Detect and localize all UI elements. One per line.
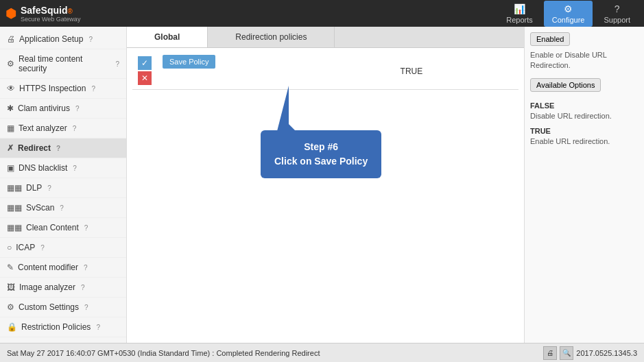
image-analyzer-icon: 🖼 <box>7 282 15 292</box>
sidebar-item-application-setup[interactable]: 🖨 Application Setup ? <box>0 29 126 49</box>
status-icons: 🖨 🔍 2017.0525.1345.3 <box>543 346 637 360</box>
sidebar-item-text-analyzer[interactable]: ▦ Text analyzer ? <box>0 119 126 138</box>
help-icon-12[interactable]: ? <box>84 264 88 272</box>
status-icon-2[interactable]: 🔍 <box>560 346 573 360</box>
help-icon-14[interactable]: ? <box>84 304 88 311</box>
sidebar-item-clean-content[interactable]: ▦▦ Clean Content ? <box>0 218 126 238</box>
dlp-icon: ▦▦ <box>7 183 22 193</box>
sidebar-item-icap[interactable]: ○ ICAP ? <box>0 238 126 258</box>
clean-content-icon: ▦▦ <box>7 223 22 232</box>
help-icon-8[interactable]: ? <box>47 184 51 192</box>
sidebar-item-https-inspection[interactable]: 👁 HTTPS Inspection ? <box>0 79 126 99</box>
option-false-desc: Disable URL redirection. <box>530 111 639 121</box>
application-setup-icon: 🖨 <box>7 34 15 44</box>
svscan-icon: ▦▦ <box>7 203 22 213</box>
reports-icon: 📊 <box>514 3 525 14</box>
right-panel-description: Enable or Disable URL Redirection. <box>530 50 639 71</box>
right-panel: Enabled Enable or Disable URL Redirectio… <box>524 27 644 343</box>
sidebar-item-image-analyzer[interactable]: 🖼 Image analyzer ? <box>0 278 126 298</box>
icap-icon: ○ <box>7 243 12 252</box>
main-content: Global Redirection policies ✓ ✕ Save Pol <box>127 27 524 343</box>
table-row: ✓ ✕ Save Policy TRUE <box>132 53 518 90</box>
reports-button[interactable]: 📊 Reports <box>498 1 541 27</box>
status-bar: Sat May 27 2017 16:40:07 GMT+0530 (India… <box>0 343 644 362</box>
tab-redirection-policies[interactable]: Redirection policies <box>208 27 335 47</box>
sidebar: 🖨 Application Setup ? ⚙ Real time conten… <box>0 27 127 343</box>
help-icon-5[interactable]: ? <box>73 125 77 132</box>
top-nav: ⬢ SafeSquid® Secure Web Gateway 📊 Report… <box>0 0 644 27</box>
support-icon: ? <box>615 3 620 14</box>
sidebar-item-dlp[interactable]: ▦▦ DLP ? <box>0 178 126 198</box>
configure-button[interactable]: ⚙ Configure <box>544 1 593 27</box>
tabs: Global Redirection policies <box>127 27 524 48</box>
tooltip-bubble: Step #6 Click on Save Policy <box>261 130 381 178</box>
policy-table: ✓ ✕ Save Policy TRUE <box>132 53 518 90</box>
enabled-button[interactable]: Enabled <box>530 32 570 46</box>
status-icon-1[interactable]: 🖨 <box>543 346 557 360</box>
content-modifier-icon: ✎ <box>7 263 14 272</box>
version-text: 2017.0525.1345.3 <box>576 349 637 357</box>
logo-text: SafeSquid® <box>21 5 80 16</box>
dns-icon: ▣ <box>7 163 14 173</box>
configure-icon: ⚙ <box>564 3 573 14</box>
help-icon-9[interactable]: ? <box>60 204 64 212</box>
table-area: ✓ ✕ Save Policy TRUE Step #6 Click on Sa… <box>127 48 524 343</box>
https-icon: 👁 <box>7 84 15 93</box>
support-button[interactable]: ? Support <box>595 1 639 27</box>
realtime-content-icon: ⚙ <box>7 59 14 69</box>
option-true-title: TRUE <box>530 127 639 135</box>
help-icon-7[interactable]: ? <box>73 165 77 172</box>
cancel-button[interactable]: ✕ <box>138 71 152 85</box>
text-analyzer-icon: ▦ <box>7 123 14 133</box>
available-options-button[interactable]: Available Options <box>530 78 601 92</box>
logo-area: ⬢ SafeSquid® Secure Web Gateway <box>5 5 80 23</box>
help-icon-10[interactable]: ? <box>84 224 88 232</box>
tab-global[interactable]: Global <box>127 27 208 47</box>
help-icon-6[interactable]: ? <box>56 145 60 152</box>
custom-settings-icon: ⚙ <box>7 302 14 312</box>
sidebar-item-clam-antivirus[interactable]: ✱ Clam antivirus ? <box>0 99 126 119</box>
logo-sub: Secure Web Gateway <box>21 16 80 23</box>
nav-right: 📊 Reports ⚙ Configure ? Support <box>498 1 639 27</box>
row-controls: ✓ ✕ <box>138 56 152 85</box>
sidebar-item-redirect[interactable]: ✗ Redirect ? <box>0 138 126 158</box>
sidebar-item-realtime-content[interactable]: ⚙ Real time content security ? <box>0 49 126 79</box>
sidebar-item-restriction-policies[interactable]: 🔒 Restriction Policies ? <box>0 317 126 337</box>
help-icon-4[interactable]: ? <box>75 105 80 112</box>
restriction-policies-icon: 🔒 <box>7 322 17 332</box>
help-icon-13[interactable]: ? <box>81 284 85 291</box>
help-icon-2[interactable]: ? <box>115 60 119 68</box>
sidebar-item-dns-blacklist[interactable]: ▣ DNS blacklist ? <box>0 158 126 178</box>
help-icon-3[interactable]: ? <box>91 85 95 93</box>
option-true-desc: Enable URL redirection. <box>530 136 639 147</box>
clam-icon: ✱ <box>7 104 14 113</box>
policy-value: TRUE <box>395 53 518 90</box>
sidebar-item-svscan[interactable]: ▦▦ SvScan ? <box>0 198 126 218</box>
help-icon[interactable]: ? <box>88 36 93 43</box>
help-icon-15[interactable]: ? <box>96 324 100 331</box>
save-policy-button[interactable]: Save Policy <box>163 55 215 69</box>
help-icon-11[interactable]: ? <box>40 244 45 252</box>
sidebar-item-custom-settings[interactable]: ⚙ Custom Settings ? <box>0 298 126 317</box>
logo-icon: ⬢ <box>5 6 16 21</box>
option-false-title: FALSE <box>530 101 639 110</box>
redirect-icon: ✗ <box>7 143 14 153</box>
check-button[interactable]: ✓ <box>138 56 152 70</box>
status-text: Sat May 27 2017 16:40:07 GMT+0530 (India… <box>7 349 320 357</box>
layout: 🖨 Application Setup ? ⚙ Real time conten… <box>0 27 644 343</box>
sidebar-item-content-modifier[interactable]: ✎ Content modifier ? <box>0 258 126 278</box>
